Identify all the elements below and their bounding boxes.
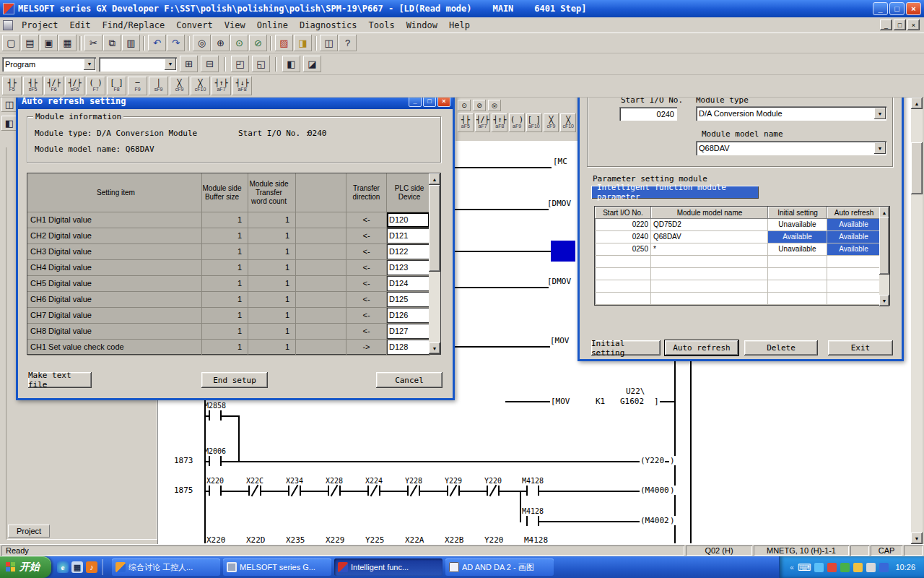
taskbar-item-utility[interactable]: Intelligent func... (334, 558, 443, 576)
module-model-select[interactable]: Q68DAV ▼ (696, 141, 886, 155)
table-scrollbar[interactable]: ▲ ▼ (879, 207, 889, 305)
chevron-down-icon[interactable]: ▼ (874, 108, 886, 119)
tray-icon[interactable] (840, 563, 850, 572)
auto-refresh-button[interactable]: Auto refresh (665, 340, 738, 355)
fold-panel-button[interactable]: ◧ (1, 116, 17, 131)
ladder-symbol-button[interactable]: │sF9 (149, 77, 168, 95)
ladder-symbol-button[interactable]: ┤├sF5 (23, 77, 43, 95)
scroll-down-icon[interactable]: ▼ (911, 532, 923, 544)
tray-icon[interactable] (866, 563, 876, 572)
monitor-stop-mini-button[interactable]: ⊘ (473, 100, 486, 111)
restore-button[interactable]: □ (889, 2, 905, 15)
redo-button[interactable]: ↷ (167, 35, 185, 51)
table-scrollbar[interactable]: ▲ ▼ (429, 173, 440, 354)
window-list-button[interactable]: ◫ (1, 97, 17, 112)
ladder-symbol-button[interactable]: ─F9 (128, 77, 147, 95)
close-button[interactable]: × (906, 2, 921, 15)
window-split-button[interactable]: ◪ (303, 56, 321, 72)
view2-button[interactable]: ◱ (252, 56, 270, 72)
tab-intelligent-parameter[interactable]: Intelligent function module parameter (591, 186, 759, 199)
find-button[interactable]: ◎ (193, 35, 211, 51)
monitor-button[interactable]: ⊙ (230, 35, 248, 51)
ladder-symbol-button[interactable]: ╳cF9 (544, 113, 559, 132)
tab-project[interactable]: Project (8, 525, 50, 538)
menu-window[interactable]: Window (401, 18, 443, 33)
help-button[interactable]: ? (339, 35, 357, 51)
tray-icon[interactable] (879, 563, 889, 572)
tray-icon[interactable] (814, 563, 824, 572)
internet-explorer-icon[interactable]: e (57, 561, 69, 573)
module-row[interactable] (595, 280, 889, 293)
mode2-button[interactable]: ⊟ (201, 56, 219, 72)
print-button[interactable]: ▦ (58, 35, 77, 51)
ladder-symbol-button[interactable]: ┤/├sF6 (65, 77, 84, 95)
module-row[interactable]: 0250*UnavailableAvailable (595, 243, 889, 256)
ladder-symbol-button[interactable]: ┤/├F6 (44, 77, 64, 95)
ladder-symbol-button[interactable]: ( )F7 (86, 77, 105, 95)
scroll-up-icon[interactable]: ▲ (429, 173, 440, 185)
undo-button[interactable]: ↶ (148, 35, 166, 51)
editor-vertical-scrollbar[interactable]: ▲ ▼ (911, 98, 923, 544)
ladder-symbol-button[interactable]: ( )aF9 (509, 113, 525, 132)
ladder-symbol-button[interactable]: ┤├F5 (2, 77, 22, 95)
menu-view[interactable]: View (219, 18, 251, 33)
program-select[interactable]: Program ▼ (2, 57, 96, 72)
menu-online[interactable]: Online (251, 18, 294, 33)
initial-setting-button[interactable]: Initial setting (591, 340, 661, 355)
setting-row[interactable]: CH1 Set value check code11->D128 (27, 340, 440, 355)
scroll-down-icon[interactable]: ▼ (429, 342, 440, 354)
scroll-up-icon[interactable]: ▲ (911, 98, 923, 109)
menu-help[interactable]: Help (443, 18, 476, 33)
copy-button[interactable]: ⧉ (103, 35, 121, 51)
make-text-file-button[interactable]: Make text file (28, 372, 92, 388)
mdi-restore-button[interactable]: □ (894, 20, 906, 30)
save-button[interactable]: ▣ (40, 35, 58, 51)
setting-row[interactable]: CH6 Digital value11<-D125 (27, 292, 440, 308)
device-test-button[interactable]: ◫ (320, 35, 338, 51)
ladder-symbol-button[interactable]: [ ]F8 (107, 77, 126, 95)
scrollbar-thumb[interactable] (879, 217, 889, 275)
comment-button[interactable]: ◧ (282, 56, 300, 72)
new-button[interactable]: ▢ (2, 35, 20, 51)
find-mini-button[interactable]: ◎ (488, 100, 501, 111)
scroll-down-icon[interactable]: ▼ (879, 295, 889, 306)
module-type-select[interactable]: D/A Conversion Module ▼ (696, 106, 886, 121)
zoom-button[interactable]: ⊕ (212, 35, 230, 51)
menu-tools[interactable]: Tools (363, 18, 401, 33)
chevron-down-icon[interactable]: ▼ (165, 59, 176, 70)
module-row[interactable] (595, 268, 889, 280)
exit-button[interactable]: Exit (828, 340, 893, 355)
ladder-symbol-button[interactable]: ┤↑├aF8 (492, 113, 507, 132)
scrollbar-thumb[interactable] (911, 142, 923, 194)
input-method-icon[interactable]: ⌨ (798, 562, 811, 573)
delete-button[interactable]: Delete (744, 340, 818, 355)
menu-edit[interactable]: Edit (64, 18, 97, 33)
chevron-down-icon[interactable]: ▼ (84, 59, 95, 70)
cut-button[interactable]: ✂ (84, 35, 103, 51)
start-io-input[interactable] (619, 107, 677, 121)
taskbar-item-melsoft[interactable]: MELSOFT series G... (223, 558, 331, 576)
module-row[interactable]: 0220QD75D2UnavailableAvailable (595, 219, 889, 231)
setting-row[interactable]: CH1 Digital value11<-D120 (27, 212, 440, 228)
media-player-icon[interactable]: ♪ (86, 561, 97, 573)
setting-row[interactable]: CH2 Digital value11<-D121 (27, 228, 440, 244)
ladder-symbol-button[interactable]: [ ]aF10 (526, 113, 542, 132)
setting-row[interactable]: CH8 Digital value11<-D127 (27, 324, 440, 340)
mode1-button[interactable]: ⊞ (180, 56, 198, 72)
tray-icon[interactable] (827, 563, 837, 572)
module-row[interactable] (595, 293, 889, 305)
show-desktop-icon[interactable]: ▦ (71, 561, 83, 573)
setting-row[interactable]: CH5 Digital value11<-D124 (27, 276, 440, 292)
ladder-symbol-button[interactable]: ╳cF9 (170, 77, 189, 95)
ladder-symbol-button[interactable]: ╳cF10 (560, 113, 576, 132)
module-row[interactable] (595, 256, 889, 268)
taskbar-item-forum[interactable]: 综合讨论 工控人... (112, 558, 220, 576)
setting-row[interactable]: CH7 Digital value11<-D126 (27, 308, 440, 324)
ladder-symbol-button[interactable]: ┤├aF5 (458, 113, 474, 132)
view1-button[interactable]: ◰ (231, 56, 249, 72)
secondary-select[interactable]: ▼ (99, 57, 177, 72)
mdi-close-button[interactable]: × (907, 20, 920, 30)
taskbar-item-paint[interactable]: AD AND DA 2 - 画图 (445, 558, 554, 576)
chevron-down-icon[interactable]: ▼ (874, 142, 886, 154)
menu-convert[interactable]: Convert (170, 18, 219, 33)
